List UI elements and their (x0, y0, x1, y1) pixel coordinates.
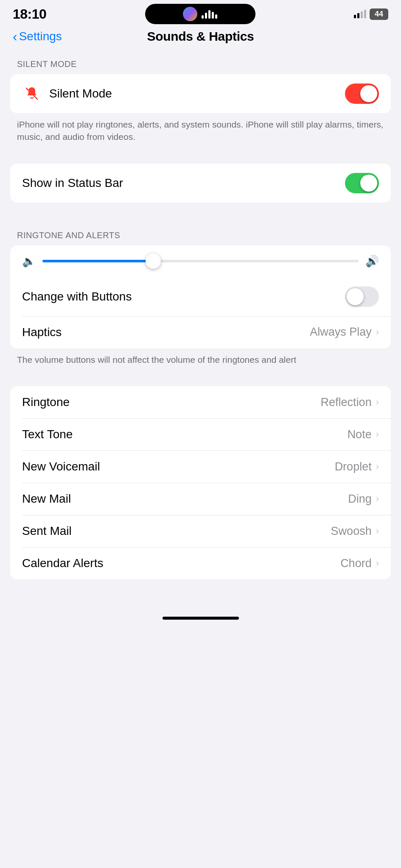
back-chevron-icon: ‹ (13, 30, 17, 43)
text-tone-row[interactable]: Text Tone Note › (10, 418, 391, 451)
text-tone-label: Text Tone (22, 428, 73, 441)
signal-bar-3 (361, 11, 363, 18)
silent-mode-header: SILENT MODE (0, 59, 401, 74)
new-voicemail-label: New Voicemail (22, 460, 100, 473)
haptics-row[interactable]: Haptics Always Play › (10, 316, 391, 348)
tones-section: Ringtone Reflection › Text Tone Note › N… (0, 386, 401, 579)
silent-mode-card: Silent Mode (10, 74, 391, 113)
page-title: Sounds & Haptics (147, 29, 254, 44)
new-mail-value: Ding (348, 492, 372, 506)
signal-bar-2 (357, 13, 359, 18)
calendar-alerts-label: Calendar Alerts (22, 556, 103, 570)
silent-mode-left: Silent Mode (22, 84, 112, 103)
ringtone-alerts-section: RINGTONE AND ALERTS 🔈 🔊 Change with Butt… (0, 231, 401, 366)
battery-indicator: 44 (370, 8, 388, 20)
ringtone-chevron-icon: › (376, 397, 379, 408)
new-mail-label: New Mail (22, 492, 71, 506)
silent-mode-label: Silent Mode (49, 87, 112, 100)
haptics-chevron-icon: › (376, 327, 379, 338)
silent-mode-toggle-knob (360, 85, 377, 102)
ringtone-row[interactable]: Ringtone Reflection › (10, 386, 391, 418)
volume-slider-row[interactable]: 🔈 🔊 (10, 245, 391, 277)
back-label[interactable]: Settings (19, 30, 62, 43)
show-status-bar-label: Show in Status Bar (22, 176, 123, 190)
change-with-buttons-toggle-knob (347, 288, 364, 305)
new-mail-row[interactable]: New Mail Ding › (10, 483, 391, 515)
text-tone-value: Note (348, 428, 372, 441)
text-tone-chevron-icon: › (376, 429, 379, 440)
new-voicemail-chevron-icon: › (376, 461, 379, 472)
change-with-buttons-toggle[interactable] (345, 287, 379, 307)
calendar-alerts-value: Chord (340, 557, 372, 570)
ringtone-alerts-header: RINGTONE AND ALERTS (0, 231, 401, 245)
silent-mode-row[interactable]: Silent Mode (10, 74, 391, 113)
volume-slider-track[interactable] (42, 260, 359, 262)
new-voicemail-right: Droplet › (335, 460, 379, 473)
silent-mode-section: SILENT MODE Silent Mode iPhone will not … (0, 59, 401, 143)
ringtone-alerts-footer: The volume buttons will not affect the v… (0, 348, 401, 366)
status-bar-card: Show in Status Bar (10, 164, 391, 203)
audio-bar-1 (202, 15, 204, 19)
volume-slider-thumb[interactable] (146, 253, 161, 269)
calendar-alerts-chevron-icon: › (376, 558, 379, 569)
show-status-bar-toggle-knob (360, 175, 377, 192)
volume-low-icon: 🔈 (22, 255, 36, 268)
back-button[interactable]: ‹ Settings (13, 30, 62, 43)
change-with-buttons-label: Change with Buttons (22, 290, 132, 303)
silent-mode-toggle[interactable] (345, 83, 379, 104)
volume-slider-fill (42, 260, 153, 262)
text-tone-right: Note › (348, 428, 379, 441)
signal-bars (354, 10, 366, 18)
sent-mail-chevron-icon: › (376, 526, 379, 537)
volume-high-icon: 🔊 (365, 255, 379, 268)
new-mail-chevron-icon: › (376, 493, 379, 504)
nav-bar: ‹ Settings Sounds & Haptics (0, 25, 401, 52)
bell-icon (22, 84, 42, 103)
status-bar-section: Show in Status Bar (0, 164, 401, 203)
audio-bar-5 (215, 14, 217, 19)
home-bar (163, 617, 239, 620)
ringtone-right: Reflection › (321, 396, 379, 409)
haptics-label: Haptics (22, 326, 62, 339)
audio-bar-4 (212, 12, 214, 19)
signal-bar-4 (364, 10, 366, 18)
status-right: 44 (354, 8, 388, 20)
new-voicemail-row[interactable]: New Voicemail Droplet › (10, 451, 391, 483)
show-status-bar-row[interactable]: Show in Status Bar (10, 164, 391, 203)
sent-mail-row[interactable]: Sent Mail Swoosh › (10, 515, 391, 547)
show-status-bar-toggle[interactable] (345, 173, 379, 193)
audio-bar-3 (208, 10, 210, 19)
audio-bars (202, 9, 217, 19)
calendar-alerts-right: Chord › (340, 557, 379, 570)
signal-bar-1 (354, 15, 356, 18)
sent-mail-label: Sent Mail (22, 524, 72, 538)
silent-mode-footer: iPhone will not play ringtones, alerts, … (0, 113, 401, 143)
audio-bar-2 (205, 13, 207, 19)
status-bar: 18:10 44 (0, 0, 401, 25)
status-center-pill (145, 4, 255, 24)
change-with-buttons-row[interactable]: Change with Buttons (10, 277, 391, 316)
haptics-value: Always Play (310, 326, 372, 339)
sent-mail-value: Swoosh (331, 525, 372, 538)
tones-card: Ringtone Reflection › Text Tone Note › N… (10, 386, 391, 579)
status-avatar (183, 7, 197, 21)
home-indicator (0, 609, 401, 624)
status-time: 18:10 (13, 6, 46, 22)
haptics-right: Always Play › (310, 326, 379, 339)
sent-mail-right: Swoosh › (331, 525, 379, 538)
ringtone-value: Reflection (321, 396, 372, 409)
new-mail-right: Ding › (348, 492, 379, 506)
calendar-alerts-row[interactable]: Calendar Alerts Chord › (10, 547, 391, 579)
new-voicemail-value: Droplet (335, 460, 372, 473)
ringtone-alerts-card: 🔈 🔊 Change with Buttons Haptics Always P… (10, 245, 391, 348)
ringtone-label: Ringtone (22, 395, 70, 409)
